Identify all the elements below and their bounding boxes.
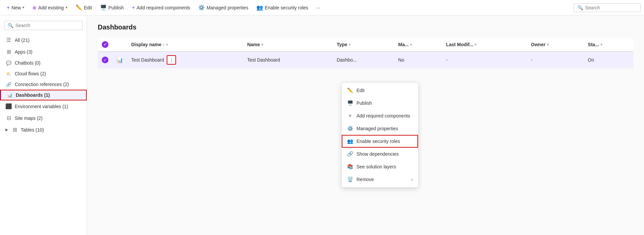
enable-security-menu-label: Enable security roles (356, 139, 413, 144)
sidebar-item-site-maps[interactable]: ⊟ Site maps (2) (0, 112, 87, 124)
content-area: Dashboards ✓ Display name ↑ ▾ (87, 15, 644, 235)
sidebar-item-all[interactable]: ☰ All (21) (0, 34, 87, 46)
managed-properties-button[interactable]: ⚙️ Managed properties (195, 2, 252, 13)
sidebar-item-connection-references[interactable]: 🔗 Connection references (2) (0, 79, 87, 90)
toolbar: + New ▾ ⊕ Add existing ▾ ✏️ Edit 🖥️ Publ… (0, 0, 644, 15)
row-context-menu-button[interactable]: ⋮ (167, 55, 176, 65)
row-icon-header (112, 38, 127, 52)
enable-security-button[interactable]: 👥 Enable security roles (253, 2, 312, 13)
row-check-cell[interactable]: ✓ (98, 52, 112, 68)
col-header-managed[interactable]: Ma... ▾ (394, 38, 442, 52)
sidebar-item-site-maps-label: Site maps (2) (15, 115, 81, 121)
sidebar-item-tables-label: Tables (10) (21, 127, 81, 133)
col-display-name-sort-asc-icon: ↑ (163, 43, 165, 47)
col-status-sort-icon: ▾ (600, 43, 602, 47)
sidebar-item-apps-label: Apps (3) (15, 49, 81, 55)
enable-security-icon: 👥 (256, 4, 263, 11)
context-menu: ✏️ Edit 🖥️ Publish + Add required compon… (341, 82, 418, 187)
select-all-check[interactable]: ✓ (102, 41, 108, 48)
sidebar-item-environment-variables[interactable]: ⬛ Environment variables (1) (0, 100, 87, 112)
col-managed-sort-icon: ▾ (410, 43, 412, 47)
sidebar-item-connection-refs-label: Connection references (2) (15, 82, 81, 87)
enable-security-label: Enable security roles (265, 5, 308, 10)
row-status-cell: On (584, 52, 633, 68)
add-required-button[interactable]: + Add required components (129, 3, 194, 13)
main-layout: 🔍 ☰ All (21) ⊞ Apps (3) 💬 Chatbots (0) ⛅… (0, 15, 644, 235)
dashboards-table: ✓ Display name ↑ ▾ Name ▾ (98, 38, 633, 68)
add-existing-icon: ⊕ (32, 5, 36, 10)
cloud-flows-icon: ⛅ (5, 71, 12, 76)
show-dependencies-menu-label: Show dependencies (356, 151, 413, 157)
col-owner-label: Owner (531, 42, 546, 47)
col-header-name[interactable]: Name ▾ (243, 38, 333, 52)
row-last-modified-cell: - (442, 52, 527, 68)
sidebar-item-apps[interactable]: ⊞ Apps (3) (0, 46, 87, 58)
context-menu-item-publish[interactable]: 🖥️ Publish (342, 97, 418, 109)
sidebar-item-all-label: All (21) (15, 37, 81, 43)
col-managed-label: Ma... (398, 42, 409, 47)
row-display-name-cell: Test Dashboard ⋮ (127, 52, 243, 68)
tables-chevron-icon: ▶ (5, 128, 8, 132)
toolbar-search[interactable]: 🔍 (574, 3, 641, 12)
context-menu-item-solution-layers[interactable]: 📚 See solution layers (342, 160, 418, 173)
col-display-name-label: Display name (131, 42, 161, 47)
add-required-menu-label: Add required components (356, 113, 413, 119)
remove-menu-icon: 🗑️ (347, 176, 353, 182)
row-check[interactable]: ✓ (102, 57, 108, 63)
context-menu-item-add-required[interactable]: + Add required components (342, 109, 418, 122)
managed-properties-icon: ⚙️ (198, 4, 205, 11)
col-header-type[interactable]: Type ▾ (333, 38, 394, 52)
sidebar-item-tables[interactable]: ▶ ⊞ Tables (10) (0, 124, 87, 136)
col-header-last-modified[interactable]: Last Modif... ▾ (442, 38, 527, 52)
context-menu-item-edit[interactable]: ✏️ Edit (342, 84, 418, 97)
row-managed-cell: No (394, 52, 442, 68)
sidebar-search-input[interactable] (15, 23, 79, 28)
remove-chevron-icon: › (411, 177, 413, 182)
toolbar-search-input[interactable] (585, 5, 637, 10)
publish-menu-label: Publish (356, 100, 413, 106)
sidebar-search-container[interactable]: 🔍 (4, 21, 83, 30)
row-owner: - (531, 57, 533, 63)
add-required-menu-icon: + (347, 113, 353, 119)
row-icon-cell: 📊 (112, 52, 127, 68)
context-menu-item-show-dependencies[interactable]: 🔗 Show dependencies (342, 148, 418, 160)
sidebar-item-dashboards[interactable]: 📊 Dashboards (1) (0, 90, 87, 100)
row-type: Dashbo... (337, 57, 357, 63)
all-icon: ☰ (5, 37, 12, 43)
site-maps-icon: ⊟ (5, 115, 12, 121)
sidebar-item-chatbots[interactable]: 💬 Chatbots (0) (0, 58, 87, 68)
table-row: ✓ 📊 Test Dashboard ⋮ Test Dashboard (98, 52, 633, 68)
col-status-label: Sta... (588, 42, 599, 47)
new-label: New (11, 5, 21, 10)
col-owner-sort-icon: ▾ (547, 43, 549, 47)
context-menu-item-enable-security[interactable]: 👥 Enable security roles (342, 135, 418, 148)
more-button[interactable]: ··· (313, 3, 324, 12)
col-type-label: Type (337, 42, 347, 47)
row-name: Test Dashboard (247, 57, 280, 63)
col-header-owner[interactable]: Owner ▾ (527, 38, 584, 52)
col-header-display-name[interactable]: Display name ↑ ▾ (127, 38, 243, 52)
context-menu-item-managed-properties[interactable]: ⚙️ Managed properties (342, 122, 418, 135)
publish-button[interactable]: 🖥️ Publish (97, 2, 127, 13)
publish-menu-icon: 🖥️ (347, 100, 353, 106)
edit-icon: ✏️ (76, 4, 82, 11)
sidebar-item-dashboards-label: Dashboards (1) (16, 92, 81, 98)
connection-refs-icon: 🔗 (5, 82, 12, 87)
row-managed: No (398, 57, 404, 63)
env-vars-icon: ⬛ (5, 103, 12, 109)
select-all-header[interactable]: ✓ (98, 38, 112, 52)
dashboard-row-icon: 📊 (116, 57, 123, 63)
add-existing-button[interactable]: ⊕ Add existing ▾ (29, 3, 71, 12)
col-header-status[interactable]: Sta... ▾ (584, 38, 633, 52)
row-name-cell: Test Dashboard (243, 52, 333, 68)
tables-icon: ⊞ (11, 127, 18, 133)
chatbots-icon: 💬 (5, 61, 12, 66)
new-button[interactable]: + New ▾ (3, 3, 28, 13)
edit-button[interactable]: ✏️ Edit (72, 2, 95, 13)
edit-menu-icon: ✏️ (347, 87, 353, 93)
edit-menu-label: Edit (356, 88, 413, 93)
sidebar-item-cloud-flows[interactable]: ⛅ Cloud flows (2) (0, 68, 87, 79)
context-menu-item-remove[interactable]: 🗑️ Remove › (342, 173, 418, 186)
managed-properties-menu-label: Managed properties (356, 126, 413, 131)
col-display-name-sort-desc-icon: ▾ (166, 43, 168, 47)
